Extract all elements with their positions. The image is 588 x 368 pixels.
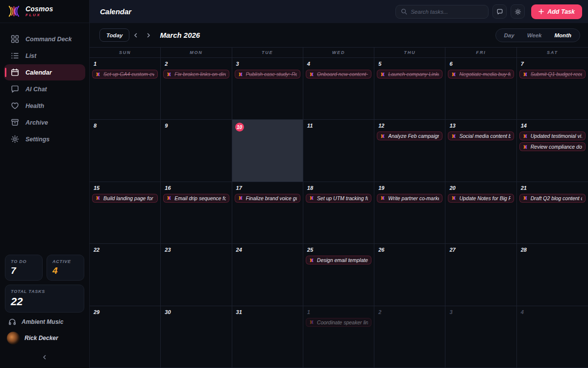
sidebar-item-list[interactable]: List <box>4 48 85 64</box>
task-chip-label: Write partner co-marke… <box>388 195 439 201</box>
task-chip-label: Social media content b… <box>459 133 510 139</box>
day-number: 13 <box>447 122 514 130</box>
sidebar-item-health[interactable]: Health <box>4 98 85 114</box>
task-chip[interactable]: Update Notes for Big Pr… <box>448 194 514 203</box>
search-icon <box>401 8 407 15</box>
task-chip-label: Set up UTM tracking for … <box>317 195 368 201</box>
day-cell[interactable]: 20Update Notes for Big Pr… <box>445 182 516 244</box>
task-chip[interactable]: Social media content b… <box>448 131 514 140</box>
sidebar: Cosmos FLUX Command Deck List Calendar <box>0 0 90 368</box>
day-cell[interactable]: 7Submit Q1 budget reco… <box>517 58 588 120</box>
task-chip[interactable]: Updated testimonial vi… <box>519 131 586 140</box>
task-chip[interactable]: Draft Q2 blog content c… <box>519 194 586 203</box>
sidebar-item-label: List <box>25 53 36 59</box>
task-chip[interactable]: Coordinate speaker line… <box>306 318 371 327</box>
prev-month-button[interactable] <box>129 29 142 42</box>
task-chip[interactable]: Write partner co-marke… <box>377 194 442 203</box>
day-cell[interactable]: 2 <box>374 306 445 368</box>
task-stats: TO DO 7 ACTIVE 4 TOTAL TASKS 22 <box>0 255 89 313</box>
day-cell[interactable]: 13Social media content b… <box>445 120 516 182</box>
task-chip[interactable]: Finalize brand voice gui… <box>235 194 300 203</box>
day-cell[interactable]: 3Publish case study: Reg… <box>232 58 303 120</box>
day-cell[interactable]: 27 <box>445 244 516 306</box>
day-cell[interactable]: 15Build landing page for s… <box>90 182 161 244</box>
day-cell[interactable]: 2Fix broken links on direc… <box>161 58 232 120</box>
next-month-button[interactable] <box>142 29 155 42</box>
view-day-button[interactable]: Day <box>498 30 520 40</box>
task-chip[interactable]: Fix broken links on direc… <box>163 70 229 79</box>
task-chip[interactable]: Email drip sequence for … <box>163 194 229 203</box>
sidebar-item-calendar[interactable]: Calendar <box>4 64 85 80</box>
day-cell[interactable]: 12Analyze Feb campaign … <box>374 120 445 182</box>
task-list: Updated testimonial vi…Review compliance… <box>518 131 587 151</box>
sidebar-item-label: AI Chat <box>25 86 47 93</box>
day-cell[interactable]: 5Launch company Linke… <box>374 58 445 120</box>
day-cell[interactable]: 4 <box>517 306 588 368</box>
day-number: 20 <box>447 184 514 192</box>
user-profile[interactable]: Rick Decker <box>0 327 89 349</box>
view-week-button[interactable]: Week <box>521 30 548 40</box>
sidebar-item-settings[interactable]: Settings <box>4 131 85 147</box>
task-chip[interactable]: Submit Q1 budget reco… <box>519 70 586 79</box>
task-chip[interactable]: Design email templates … <box>306 256 371 264</box>
gear-icon <box>11 135 19 143</box>
theme-toggle-button[interactable] <box>511 4 525 19</box>
today-badge: 10 <box>235 123 244 131</box>
day-cell[interactable]: 3 <box>445 306 516 368</box>
task-chip[interactable]: Publish case study: Reg… <box>235 70 300 79</box>
sidebar-item-archive[interactable]: Archive <box>4 114 85 131</box>
day-cell[interactable]: 26 <box>374 244 445 306</box>
task-chip-label: Design email templates … <box>317 257 368 263</box>
day-cell[interactable]: 14Updated testimonial vi…Review complian… <box>517 120 588 182</box>
day-cell[interactable]: 10 <box>232 120 303 182</box>
day-cell[interactable]: 8 <box>90 120 161 182</box>
list-icon <box>11 52 19 60</box>
task-chip[interactable]: Onboard new content … <box>306 70 371 79</box>
day-cell[interactable]: 9 <box>161 120 232 182</box>
task-chip[interactable]: Analyze Feb campaign … <box>377 131 442 140</box>
day-cell[interactable]: 23 <box>161 244 232 306</box>
plus-icon <box>539 9 544 14</box>
sidebar-collapse-button[interactable] <box>0 349 89 368</box>
task-chip[interactable]: Negotiate media buy fo… <box>448 70 514 79</box>
task-flux-icon <box>380 133 385 139</box>
day-cell[interactable]: 21Draft Q2 blog content c… <box>517 182 588 244</box>
day-cell[interactable]: 19Write partner co-marke… <box>374 182 445 244</box>
view-month-button[interactable]: Month <box>549 30 577 40</box>
day-cell[interactable]: 17Finalize brand voice gui… <box>232 182 303 244</box>
day-cell[interactable]: 11 <box>303 120 374 182</box>
day-number: 1 <box>305 308 372 316</box>
task-chip[interactable]: Launch company Linke… <box>377 70 442 79</box>
feedback-button[interactable] <box>492 4 507 19</box>
task-list: Publish case study: Reg… <box>234 70 301 79</box>
sidebar-item-label: Archive <box>25 119 48 126</box>
day-cell[interactable]: 18Set up UTM tracking for … <box>303 182 374 244</box>
search-box[interactable] <box>395 5 489 19</box>
day-cell[interactable]: 28 <box>517 244 588 306</box>
search-input[interactable] <box>411 9 483 15</box>
task-chip[interactable]: Set up UTM tracking for … <box>306 194 371 203</box>
day-cell[interactable]: 1Coordinate speaker line… <box>303 306 374 368</box>
day-cell[interactable]: 25Design email templates … <box>303 244 374 306</box>
day-cell[interactable]: 4Onboard new content … <box>303 58 374 120</box>
day-cell[interactable]: 29 <box>90 306 161 368</box>
sidebar-item-command-deck[interactable]: Command Deck <box>4 31 85 47</box>
ambient-music-toggle[interactable]: Ambient Music <box>0 313 89 327</box>
task-chip[interactable]: Review compliance do… <box>519 142 586 151</box>
day-cell[interactable]: 6Negotiate media buy fo… <box>445 58 516 120</box>
day-cell[interactable]: 31 <box>232 306 303 368</box>
day-cell[interactable]: 30 <box>161 306 232 368</box>
task-chip-label: Build landing page for s… <box>103 195 154 201</box>
day-cell[interactable]: 22 <box>90 244 161 306</box>
day-cell[interactable]: 1Set up GA4 custom eve… <box>90 58 161 120</box>
add-task-button[interactable]: Add Task <box>531 4 582 19</box>
day-cell[interactable]: 24 <box>232 244 303 306</box>
task-chip[interactable]: Set up GA4 custom eve… <box>92 70 158 79</box>
task-chip[interactable]: Build landing page for s… <box>92 194 158 203</box>
today-button[interactable]: Today <box>99 28 129 42</box>
sidebar-item-label: Command Deck <box>25 36 72 43</box>
sidebar-item-ai-chat[interactable]: AI Chat <box>4 81 85 97</box>
day-cell[interactable]: 16Email drip sequence for … <box>161 182 232 244</box>
day-number: 29 <box>91 308 159 316</box>
brand-subtitle: FLUX <box>25 13 53 17</box>
